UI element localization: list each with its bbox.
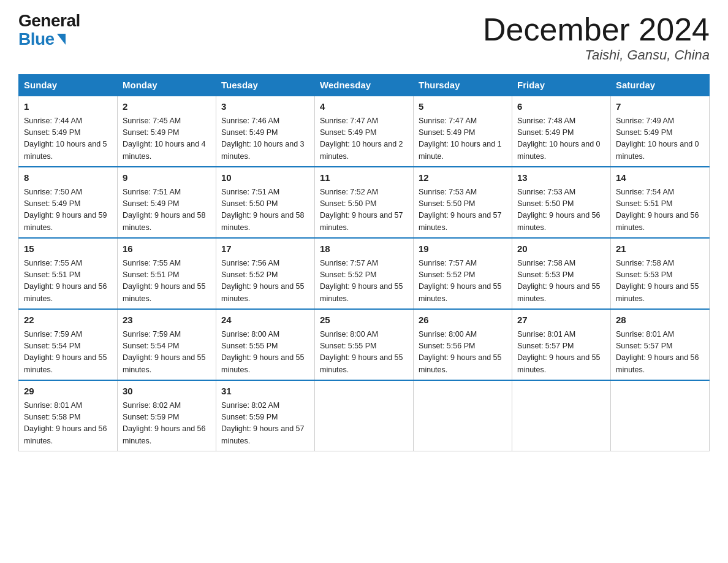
day-info: Sunrise: 8:02 AMSunset: 5:59 PMDaylight:… [123, 401, 206, 445]
day-info: Sunrise: 7:53 AMSunset: 5:50 PMDaylight:… [517, 188, 601, 232]
day-number: 18 [320, 242, 408, 256]
day-number: 10 [221, 171, 309, 185]
day-number: 6 [517, 100, 605, 114]
day-number: 2 [123, 100, 211, 114]
calendar-cell: 29Sunrise: 8:01 AMSunset: 5:58 PMDayligh… [19, 380, 118, 451]
calendar-week-2: 8Sunrise: 7:50 AMSunset: 5:49 PMDaylight… [19, 167, 710, 238]
day-number: 21 [616, 242, 704, 256]
day-number: 12 [419, 171, 507, 185]
calendar-cell [315, 380, 414, 451]
calendar-week-3: 15Sunrise: 7:55 AMSunset: 5:51 PMDayligh… [19, 238, 710, 309]
day-info: Sunrise: 7:50 AMSunset: 5:49 PMDaylight:… [24, 188, 107, 232]
logo-general-text: General [18, 12, 80, 29]
day-number: 7 [616, 100, 704, 114]
calendar-cell: 19Sunrise: 7:57 AMSunset: 5:52 PMDayligh… [414, 238, 512, 309]
header-tuesday: Tuesday [216, 75, 315, 96]
location-title: Taishi, Gansu, China [483, 47, 710, 63]
day-info: Sunrise: 7:49 AMSunset: 5:49 PMDaylight:… [616, 117, 699, 161]
calendar-cell: 1Sunrise: 7:44 AMSunset: 5:49 PMDaylight… [19, 96, 118, 167]
header-friday: Friday [512, 75, 611, 96]
day-number: 14 [616, 171, 704, 185]
day-number: 3 [221, 100, 309, 114]
day-info: Sunrise: 7:54 AMSunset: 5:51 PMDaylight:… [616, 188, 699, 232]
day-info: Sunrise: 7:56 AMSunset: 5:52 PMDaylight:… [221, 259, 305, 303]
day-info: Sunrise: 7:55 AMSunset: 5:51 PMDaylight:… [123, 259, 206, 303]
day-info: Sunrise: 7:53 AMSunset: 5:50 PMDaylight:… [419, 188, 502, 232]
day-info: Sunrise: 7:51 AMSunset: 5:50 PMDaylight:… [221, 188, 305, 232]
calendar-cell: 3Sunrise: 7:46 AMSunset: 5:49 PMDaylight… [216, 96, 315, 167]
day-number: 29 [24, 385, 112, 399]
calendar-body: 1Sunrise: 7:44 AMSunset: 5:49 PMDaylight… [19, 96, 710, 451]
logo-triangle-icon [57, 34, 66, 45]
calendar-cell: 22Sunrise: 7:59 AMSunset: 5:54 PMDayligh… [19, 309, 118, 380]
calendar-cell: 4Sunrise: 7:47 AMSunset: 5:49 PMDaylight… [315, 96, 414, 167]
calendar-cell: 21Sunrise: 7:58 AMSunset: 5:53 PMDayligh… [611, 238, 710, 309]
calendar-week-5: 29Sunrise: 8:01 AMSunset: 5:58 PMDayligh… [19, 380, 710, 451]
calendar-cell: 9Sunrise: 7:51 AMSunset: 5:49 PMDaylight… [118, 167, 216, 238]
day-number: 31 [221, 385, 309, 399]
calendar-cell: 2Sunrise: 7:45 AMSunset: 5:49 PMDaylight… [118, 96, 216, 167]
month-title: December 2024 [483, 12, 710, 47]
page-header: General Blue December 2024 Taishi, Gansu… [18, 12, 710, 63]
day-info: Sunrise: 7:51 AMSunset: 5:49 PMDaylight:… [123, 188, 206, 232]
header-sunday: Sunday [19, 75, 118, 96]
day-info: Sunrise: 8:00 AMSunset: 5:55 PMDaylight:… [221, 330, 305, 374]
day-number: 28 [616, 313, 704, 327]
day-info: Sunrise: 8:00 AMSunset: 5:56 PMDaylight:… [419, 330, 502, 374]
day-info: Sunrise: 7:59 AMSunset: 5:54 PMDaylight:… [24, 330, 107, 374]
day-info: Sunrise: 7:48 AMSunset: 5:49 PMDaylight:… [517, 117, 601, 161]
day-number: 30 [123, 385, 211, 399]
day-info: Sunrise: 8:02 AMSunset: 5:59 PMDaylight:… [221, 401, 305, 445]
calendar-cell: 24Sunrise: 8:00 AMSunset: 5:55 PMDayligh… [216, 309, 315, 380]
header-wednesday: Wednesday [315, 75, 414, 96]
calendar-cell: 13Sunrise: 7:53 AMSunset: 5:50 PMDayligh… [512, 167, 611, 238]
title-block: December 2024 Taishi, Gansu, China [483, 12, 710, 63]
calendar-cell: 5Sunrise: 7:47 AMSunset: 5:49 PMDaylight… [414, 96, 512, 167]
calendar-week-1: 1Sunrise: 7:44 AMSunset: 5:49 PMDaylight… [19, 96, 710, 167]
calendar-cell: 30Sunrise: 8:02 AMSunset: 5:59 PMDayligh… [118, 380, 216, 451]
day-number: 17 [221, 242, 309, 256]
day-number: 8 [24, 171, 112, 185]
calendar-cell: 27Sunrise: 8:01 AMSunset: 5:57 PMDayligh… [512, 309, 611, 380]
calendar-cell [414, 380, 512, 451]
day-number: 15 [24, 242, 112, 256]
day-info: Sunrise: 7:57 AMSunset: 5:52 PMDaylight:… [419, 259, 502, 303]
calendar-cell: 14Sunrise: 7:54 AMSunset: 5:51 PMDayligh… [611, 167, 710, 238]
day-number: 20 [517, 242, 605, 256]
calendar-cell: 28Sunrise: 8:01 AMSunset: 5:57 PMDayligh… [611, 309, 710, 380]
day-number: 24 [221, 313, 309, 327]
day-number: 25 [320, 313, 408, 327]
calendar-cell: 16Sunrise: 7:55 AMSunset: 5:51 PMDayligh… [118, 238, 216, 309]
day-info: Sunrise: 7:58 AMSunset: 5:53 PMDaylight:… [517, 259, 601, 303]
calendar-cell: 26Sunrise: 8:00 AMSunset: 5:56 PMDayligh… [414, 309, 512, 380]
day-number: 11 [320, 171, 408, 185]
calendar-cell: 8Sunrise: 7:50 AMSunset: 5:49 PMDaylight… [19, 167, 118, 238]
day-info: Sunrise: 8:01 AMSunset: 5:57 PMDaylight:… [517, 330, 601, 374]
calendar-cell: 25Sunrise: 8:00 AMSunset: 5:55 PMDayligh… [315, 309, 414, 380]
day-number: 23 [123, 313, 211, 327]
day-info: Sunrise: 7:58 AMSunset: 5:53 PMDaylight:… [616, 259, 699, 303]
day-number: 9 [123, 171, 211, 185]
calendar-cell: 12Sunrise: 7:53 AMSunset: 5:50 PMDayligh… [414, 167, 512, 238]
calendar-cell [512, 380, 611, 451]
calendar-cell: 11Sunrise: 7:52 AMSunset: 5:50 PMDayligh… [315, 167, 414, 238]
calendar-cell: 7Sunrise: 7:49 AMSunset: 5:49 PMDaylight… [611, 96, 710, 167]
calendar-cell: 17Sunrise: 7:56 AMSunset: 5:52 PMDayligh… [216, 238, 315, 309]
day-info: Sunrise: 7:55 AMSunset: 5:51 PMDaylight:… [24, 259, 107, 303]
calendar-cell: 6Sunrise: 7:48 AMSunset: 5:49 PMDaylight… [512, 96, 611, 167]
day-number: 13 [517, 171, 605, 185]
day-number: 22 [24, 313, 112, 327]
day-info: Sunrise: 7:46 AMSunset: 5:49 PMDaylight:… [221, 117, 305, 161]
logo-blue-text: Blue [18, 29, 66, 49]
header-monday: Monday [118, 75, 216, 96]
calendar-table: Sunday Monday Tuesday Wednesday Thursday… [18, 74, 710, 451]
day-number: 19 [419, 242, 507, 256]
header-thursday: Thursday [414, 75, 512, 96]
calendar-cell [611, 380, 710, 451]
day-info: Sunrise: 7:57 AMSunset: 5:52 PMDaylight:… [320, 259, 403, 303]
day-info: Sunrise: 7:47 AMSunset: 5:49 PMDaylight:… [320, 117, 403, 161]
day-info: Sunrise: 7:44 AMSunset: 5:49 PMDaylight:… [24, 117, 107, 161]
day-info: Sunrise: 7:52 AMSunset: 5:50 PMDaylight:… [320, 188, 403, 232]
calendar-cell: 15Sunrise: 7:55 AMSunset: 5:51 PMDayligh… [19, 238, 118, 309]
day-info: Sunrise: 8:00 AMSunset: 5:55 PMDaylight:… [320, 330, 403, 374]
